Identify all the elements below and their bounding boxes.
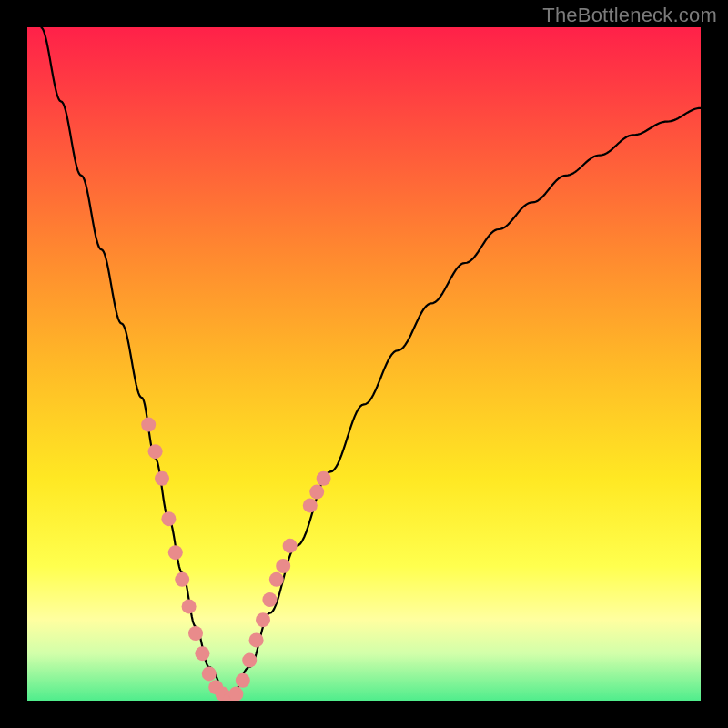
curve-marker [161, 511, 176, 526]
curve-marker [242, 653, 257, 668]
watermark-text: TheBottleneck.com [542, 4, 717, 27]
curve-marker [175, 572, 189, 587]
curve-marker [269, 572, 284, 587]
curve-marker [262, 592, 277, 607]
curve-marker [309, 485, 324, 500]
curve-marker [155, 471, 169, 486]
bottleneck-curve-line [41, 27, 701, 701]
curve-marker [195, 646, 209, 661]
curve-marker [182, 599, 197, 613]
curve-marker [188, 626, 203, 641]
curve-marker [228, 687, 243, 701]
curve-marker [303, 498, 318, 512]
curve-marker [256, 612, 270, 627]
curve-marker [236, 673, 250, 688]
curve-marker [202, 666, 217, 681]
chart-frame: TheBottleneck.com [0, 0, 728, 728]
curve-marker [141, 418, 156, 432]
curve-marker [283, 539, 298, 553]
curve-marker [276, 559, 290, 573]
curve-marker [168, 545, 183, 560]
curve-marker [317, 471, 331, 486]
curve-marker [148, 444, 163, 459]
curve-marker [249, 632, 264, 647]
plot-area [27, 27, 701, 701]
curve-markers [141, 418, 330, 701]
bottleneck-curve-svg [27, 27, 701, 701]
